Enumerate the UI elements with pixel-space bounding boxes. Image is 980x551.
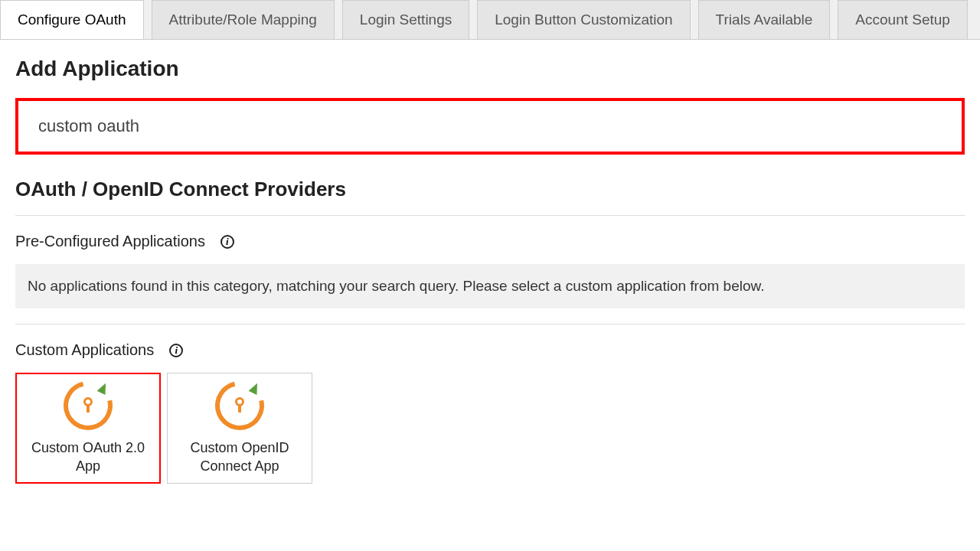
divider — [15, 324, 965, 324]
empty-message: No applications found in this category, … — [15, 264, 965, 308]
tabs-nav: Configure OAuth Attribute/Role Mapping L… — [0, 0, 980, 40]
card-label: Custom OAuth 2.0 App — [17, 439, 159, 475]
content-area: Add Application OAuth / OpenID Connect P… — [0, 40, 980, 500]
custom-section-header: Custom Applications i — [15, 341, 965, 359]
tab-login-settings[interactable]: Login Settings — [342, 0, 469, 39]
oauth-icon — [64, 381, 113, 430]
tab-trials-available[interactable]: Trials Available — [698, 0, 831, 39]
divider — [15, 215, 965, 216]
oauth-icon — [215, 381, 264, 430]
info-icon[interactable]: i — [220, 235, 234, 249]
preconfigured-heading: Pre-Configured Applications — [15, 233, 205, 250]
tab-login-button-customization[interactable]: Login Button Customization — [477, 0, 690, 39]
page-title: Add Application — [15, 57, 965, 81]
info-icon[interactable]: i — [169, 344, 183, 357]
tab-account-setup[interactable]: Account Setup — [838, 0, 968, 39]
providers-heading: OAuth / OpenID Connect Providers — [15, 178, 965, 201]
custom-apps-grid: Custom OAuth 2.0 App Custom OpenID Conne… — [15, 373, 965, 484]
card-label: Custom OpenID Connect App — [168, 439, 312, 475]
tab-attribute-role-mapping[interactable]: Attribute/Role Mapping — [152, 0, 335, 39]
card-custom-openid-app[interactable]: Custom OpenID Connect App — [167, 373, 312, 484]
preconfigured-section-header: Pre-Configured Applications i — [15, 233, 965, 250]
card-custom-oauth-app[interactable]: Custom OAuth 2.0 App — [15, 373, 161, 484]
custom-heading: Custom Applications — [15, 341, 154, 359]
search-input[interactable] — [15, 98, 965, 155]
tab-configure-oauth[interactable]: Configure OAuth — [0, 0, 144, 40]
